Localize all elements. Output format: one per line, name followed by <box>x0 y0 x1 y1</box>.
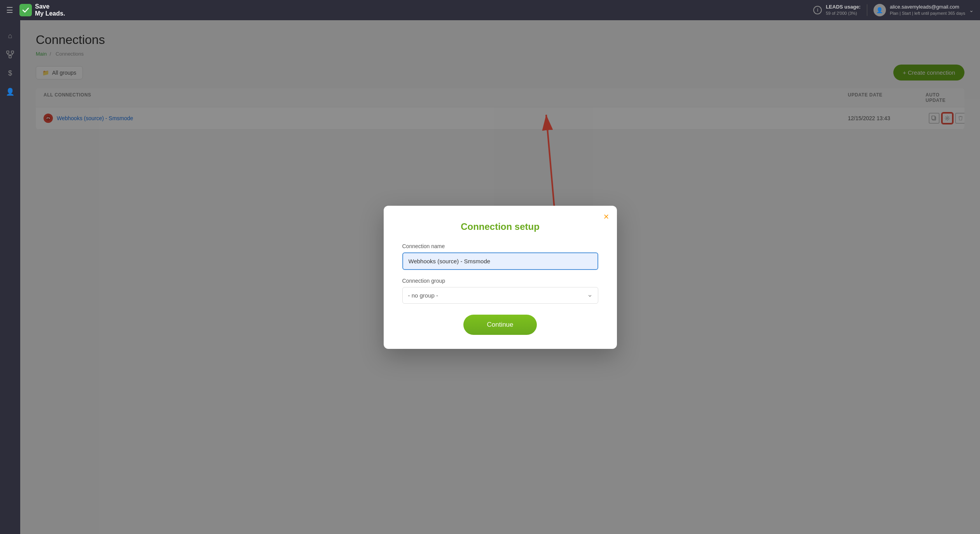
connection-name-input[interactable] <box>402 252 598 270</box>
connection-name-label: Connection name <box>402 243 598 249</box>
topnav: ☰ Save My Leads. i LEADS usage: 59 of 2'… <box>0 0 980 20</box>
leads-text: LEADS usage: 59 of 2'000 (3%) <box>826 4 861 16</box>
svg-rect-0 <box>7 51 9 53</box>
modal-title: Connection setup <box>402 221 598 232</box>
continue-button[interactable]: Continue <box>463 315 536 335</box>
user-info: alice.savemyleads@gmail.com Plan | Start… <box>890 4 965 16</box>
sidebar-item-connections[interactable] <box>2 47 18 62</box>
logo: Save My Leads. <box>19 3 65 17</box>
svg-rect-2 <box>9 56 11 58</box>
nav-divider <box>867 4 867 16</box>
connection-group-group: Connection group - no group - <box>402 278 598 304</box>
avatar: 👤 <box>873 4 886 16</box>
sidebar: ⌂ $ 👤 <box>0 20 20 534</box>
connection-group-select[interactable]: - no group - <box>402 287 598 304</box>
hamburger-icon[interactable]: ☰ <box>6 5 13 15</box>
info-icon: i <box>813 6 822 14</box>
logo-text: Save My Leads. <box>35 3 65 17</box>
modal-close-button[interactable]: × <box>603 212 609 221</box>
connection-group-label: Connection group <box>402 278 598 284</box>
sidebar-item-profile[interactable]: 👤 <box>2 84 18 100</box>
modal-overlay: × Connection setup Connection name Conne… <box>20 20 980 534</box>
logo-icon <box>19 4 32 16</box>
leads-usage: i LEADS usage: 59 of 2'000 (3%) <box>813 4 861 16</box>
user-menu-chevron-icon: ⌄ <box>969 7 974 13</box>
svg-rect-1 <box>11 51 14 53</box>
user-menu[interactable]: 👤 alice.savemyleads@gmail.com Plan | Sta… <box>873 4 974 16</box>
connection-name-group: Connection name <box>402 243 598 270</box>
sidebar-item-home[interactable]: ⌂ <box>2 28 18 44</box>
sidebar-item-billing[interactable]: $ <box>2 65 18 81</box>
connection-group-select-wrapper: - no group - <box>402 287 598 304</box>
connection-setup-modal: × Connection setup Connection name Conne… <box>384 206 617 349</box>
